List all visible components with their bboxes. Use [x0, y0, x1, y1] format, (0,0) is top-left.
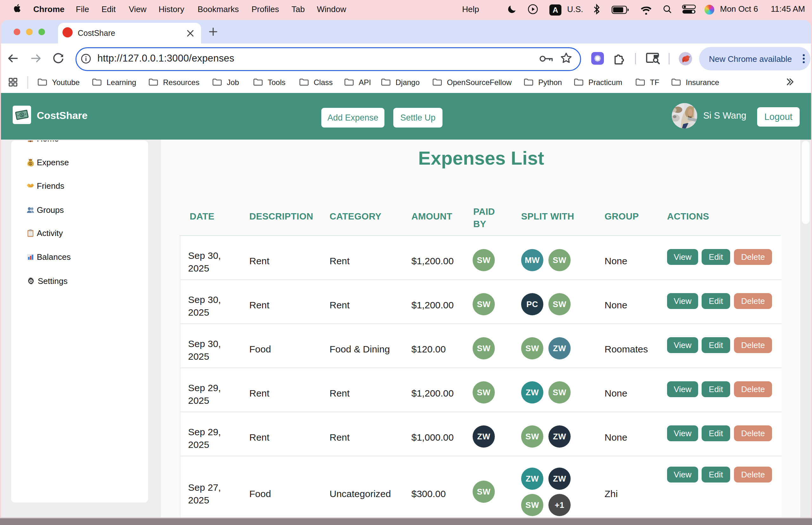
svg-text:$: $	[30, 162, 31, 166]
